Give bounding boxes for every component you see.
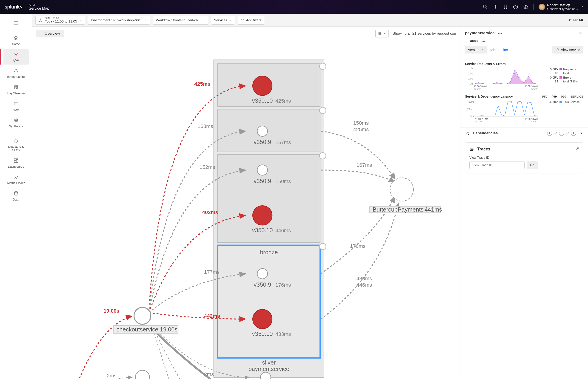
nav-rum[interactable]: RUM (3, 98, 29, 114)
svg-point-166 (468, 134, 469, 135)
bookmark-icon[interactable] (503, 4, 508, 9)
filter-label: Services (214, 18, 227, 22)
nav-dashboards[interactable]: Dashboards (3, 155, 29, 171)
tab-service[interactable]: SERVICE (570, 95, 583, 98)
dep-self (559, 131, 564, 136)
version-dropdown[interactable]: version (465, 46, 487, 53)
workflow-filter[interactable]: Workflow : frontend:/cart/ch... (153, 16, 208, 25)
legend-label: total (78%) (563, 80, 578, 83)
overview-label: Overview (45, 32, 60, 36)
svg-text:152ms: 152ms (199, 164, 215, 170)
svg-point-143 (482, 41, 483, 42)
services-filter[interactable]: Services (211, 16, 235, 25)
caret-down-icon (383, 32, 386, 35)
details-panel: paymentservice ✕ silver version Add to F… (460, 27, 588, 379)
svg-text:v350.9: v350.9 (254, 139, 271, 145)
infra-icon (13, 68, 19, 74)
latency-legend: 425msThis Service (547, 100, 583, 123)
add-to-filter-link[interactable]: Add to Filter (490, 48, 508, 52)
svg-text:176ms: 176ms (350, 243, 365, 249)
svg-point-21 (16, 88, 18, 89)
tab-p90[interactable]: P90 (552, 95, 557, 98)
svg-point-23 (15, 103, 16, 104)
svg-point-110 (320, 153, 326, 159)
svg-text:11:05:10 AM: 11:05:10 AM (525, 118, 538, 120)
service-map-canvas[interactable]: 425ms 168ms 152ms 402ms 177ms 442ms 1 (32, 40, 460, 379)
overview-button[interactable]: Overview (36, 30, 64, 37)
legend-label: Errors (563, 76, 571, 79)
legend-swatch (559, 76, 562, 79)
caret-down-icon (202, 19, 205, 22)
app-title-bottom: Service Map (29, 6, 49, 11)
svg-line-1 (486, 8, 487, 9)
svg-point-26 (16, 120, 17, 121)
chevron-right-icon (579, 131, 583, 135)
plus-icon[interactable] (493, 4, 498, 9)
svg-point-141 (500, 33, 500, 34)
svg-text:402ms: 402ms (202, 209, 218, 215)
more-icon[interactable] (480, 38, 486, 44)
svg-text:425ms: 425ms (275, 98, 291, 104)
svg-line-167 (467, 132, 468, 133)
nav-detectors[interactable]: Detectors & SLOs (3, 135, 29, 154)
nav-label: Synthetics (9, 125, 23, 128)
view-service-button[interactable]: View service (552, 46, 583, 53)
nav-log-observer[interactable]: Log Observer (3, 82, 29, 98)
svg-text:425ms: 425ms (353, 126, 369, 132)
svg-point-164 (466, 133, 466, 133)
svg-text:168ms: 168ms (197, 123, 213, 129)
search-icon[interactable] (483, 4, 488, 9)
svg-text:silver: silver (262, 359, 276, 366)
clear-all-button[interactable]: Clear All (567, 18, 585, 22)
time-range-label: Today 11:00 to 11:05 (45, 19, 77, 23)
home-icon (13, 35, 19, 41)
nav-infrastructure[interactable]: Infrastructure (3, 65, 29, 81)
environment-filter[interactable]: Environment : s4r-workshop-60f... (88, 16, 150, 25)
nav-apm[interactable]: APM (3, 49, 29, 65)
section-title: Service Requests & Errors (465, 62, 583, 66)
nav-synthetics[interactable]: Synthetics (3, 115, 29, 130)
splunk-logo[interactable]: splunk> (5, 4, 22, 10)
svg-text:0.2/s: 0.2/s (468, 78, 473, 80)
arrow-right-icon (566, 132, 570, 134)
svg-point-90 (257, 126, 268, 136)
nav-home[interactable]: Home (3, 33, 29, 48)
app-title: APM Service Map (29, 3, 49, 11)
nav-label: APM (13, 59, 19, 63)
nav-metric-finder[interactable]: Metric Finder (3, 172, 29, 187)
filter-bar: GMT +00:00 Today 11:00 to 11:05 Environm… (32, 14, 588, 27)
expand-icon[interactable] (575, 147, 579, 151)
nav-label: Detectors & SLOs (4, 145, 28, 152)
more-icon[interactable] (497, 30, 503, 36)
dependencies-row[interactable]: Dependencies 2 2 (460, 127, 588, 139)
menu-icon[interactable] (12, 18, 21, 28)
svg-text:176ms: 176ms (275, 282, 291, 288)
dashboard-icon (13, 158, 19, 164)
trace-id-input[interactable] (469, 161, 524, 169)
map-showing-label: Showing all 21 services by request cou (392, 32, 456, 36)
traces-title: Traces (477, 147, 572, 152)
nav-label: RUM (13, 108, 19, 112)
time-range-picker[interactable]: GMT +00:00 Today 11:00 to 11:05 (35, 16, 85, 25)
svg-text:v350.10: v350.10 (252, 97, 273, 104)
legend-label: total (563, 71, 569, 75)
add-filters-button[interactable]: Add filters (238, 16, 265, 25)
filter-label: Add filters (246, 18, 261, 22)
tab-p99[interactable]: P99 (561, 95, 566, 98)
go-button[interactable]: Go (527, 161, 538, 169)
main: GMT +00:00 Today 11:00 to 11:05 Environm… (32, 14, 588, 379)
svg-line-168 (467, 133, 468, 134)
close-icon[interactable]: ✕ (578, 29, 583, 37)
tab-p50[interactable]: P50 (542, 95, 547, 98)
map-settings-button[interactable] (375, 30, 389, 37)
svg-text:11:05:10 AM: 11:05:10 AM (525, 85, 538, 88)
svg-point-35 (14, 191, 18, 193)
user-menu[interactable]: Robert Castley Observability Worksh... (539, 3, 583, 11)
help-icon[interactable] (513, 4, 518, 9)
gift-icon[interactable] (523, 4, 528, 9)
svg-point-100 (257, 268, 268, 279)
clock-icon (38, 18, 43, 22)
legend-swatch (559, 68, 562, 70)
nav-data[interactable]: Data (3, 188, 29, 204)
legend-value: 0.05/s (547, 76, 558, 79)
